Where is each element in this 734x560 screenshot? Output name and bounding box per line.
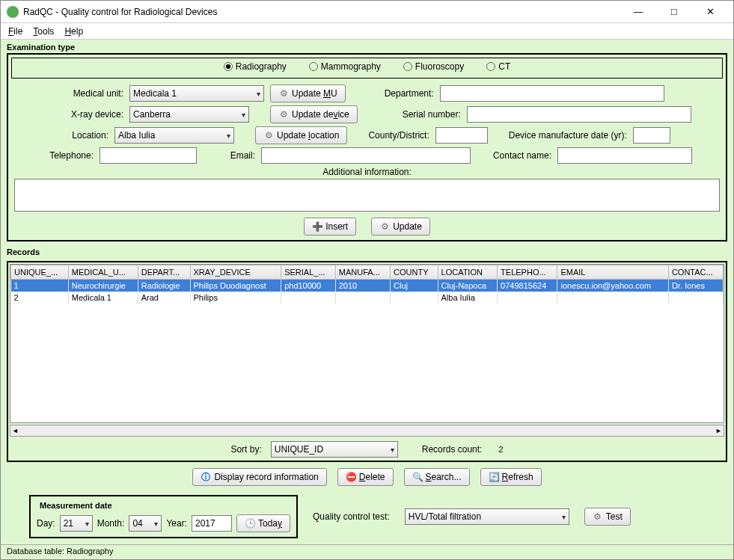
medical-unit-label: Medical unit:	[19, 88, 123, 99]
refresh-icon: 🔄	[489, 472, 499, 482]
xray-device-label: X-ray device:	[19, 109, 123, 120]
info-icon: ⓘ	[201, 471, 211, 484]
month-select[interactable]: 04	[129, 515, 162, 532]
gear-icon: ⚙	[278, 109, 289, 120]
window-title: RadQC - Quality control for Radiological…	[23, 7, 621, 17]
titlebar: RadQC - Quality control for Radiological…	[1, 1, 733, 23]
refresh-button[interactable]: 🔄Refresh	[480, 468, 542, 486]
display-record-button[interactable]: ⓘDisplay record information	[192, 468, 326, 486]
update-location-button[interactable]: ⚙Update location	[255, 126, 347, 144]
exam-radio-row: Radiography Mammography Fluoroscopy CT	[11, 58, 723, 79]
main-window: RadQC - Quality control for Radiological…	[0, 0, 734, 560]
mfgdate-input[interactable]	[633, 127, 670, 144]
mfgdate-label: Device manufacture date (yr):	[509, 130, 627, 141]
update-mu-button[interactable]: ⚙Update MU	[270, 84, 346, 102]
serial-input[interactable]	[467, 106, 691, 123]
radio-icon	[224, 62, 233, 71]
horizontal-scrollbar[interactable]: ◄►	[10, 425, 724, 437]
county-input[interactable]	[435, 127, 488, 144]
scroll-left-icon[interactable]: ◄	[12, 427, 19, 434]
email-input[interactable]	[261, 147, 471, 164]
records-count-label: Records count:	[422, 444, 483, 455]
search-button[interactable]: 🔍Search...	[404, 468, 470, 486]
plus-icon: ➕	[312, 221, 322, 232]
telephone-input[interactable]	[100, 147, 197, 164]
menu-help[interactable]: Help	[64, 26, 83, 37]
measurement-date-label: Measurement date	[37, 501, 115, 510]
year-label: Year:	[166, 518, 187, 529]
table-header[interactable]: MANUFA...	[335, 265, 390, 280]
qc-test-select[interactable]: HVL/Total filtration	[405, 508, 569, 525]
contact-input[interactable]	[557, 147, 692, 164]
gear-icon: ⚙	[278, 88, 289, 99]
gear-icon: ⚙	[593, 511, 603, 522]
sort-by-select[interactable]: UNIQUE_ID	[271, 441, 398, 458]
email-label: Email:	[203, 150, 255, 161]
table-row[interactable]: 1NeurochirurgieRadiologiePhilips Duodiag…	[11, 280, 724, 292]
search-icon: 🔍	[412, 472, 423, 482]
day-label: Day:	[37, 518, 55, 529]
gear-icon: ⚙	[379, 221, 390, 232]
table-header[interactable]: MEDICAL_U...	[68, 265, 138, 280]
day-select[interactable]: 21	[60, 515, 93, 532]
table-header[interactable]: LOCATION	[438, 265, 498, 280]
menu-file[interactable]: File	[8, 26, 22, 37]
measurement-date-box: Measurement date Day: 21 Month: 04 Year:…	[29, 495, 298, 538]
records-table: UNIQUE_...MEDICAL_U...DEPART...XRAY_DEVI…	[10, 265, 724, 304]
county-label: County/District:	[368, 130, 429, 141]
update-button[interactable]: ⚙Update	[371, 218, 430, 236]
minimize-button[interactable]: —	[621, 4, 655, 19]
menu-tools[interactable]: Tools	[33, 26, 54, 37]
additional-info-input[interactable]	[14, 179, 720, 212]
qc-test-label: Quality control test:	[313, 511, 390, 522]
location-select[interactable]: Alba Iulia	[114, 127, 234, 144]
table-header[interactable]: COUNTY	[391, 265, 438, 280]
insert-button[interactable]: ➕Insert	[304, 218, 356, 236]
table-header[interactable]: TELEPHO...	[498, 265, 557, 280]
exam-type-label: Examination type	[7, 43, 727, 52]
records-count-value: 2	[498, 445, 503, 454]
maximize-button[interactable]: □	[657, 4, 691, 19]
telephone-label: Telephone:	[19, 150, 94, 161]
radio-radiography[interactable]: Radiography	[224, 61, 287, 72]
records-label: Records	[7, 247, 727, 256]
records-box: UNIQUE_...MEDICAL_U...DEPART...XRAY_DEVI…	[7, 261, 727, 462]
update-device-button[interactable]: ⚙Update device	[270, 105, 358, 123]
table-header[interactable]: CONTAC...	[668, 265, 723, 280]
table-header[interactable]: UNIQUE_...	[11, 265, 69, 280]
xray-device-select[interactable]: Canberra	[129, 106, 249, 123]
clock-icon: 🕒	[245, 518, 255, 529]
medical-unit-select[interactable]: Medicala 1	[129, 85, 264, 102]
department-label: Department:	[367, 88, 434, 99]
radio-icon	[403, 62, 412, 71]
sort-by-label: Sort by:	[230, 444, 261, 455]
test-button[interactable]: ⚙Test	[584, 508, 631, 526]
delete-button[interactable]: ⛔Delete	[337, 468, 394, 486]
table-header[interactable]: EMAIL	[557, 265, 668, 280]
table-header[interactable]: XRAY_DEVICE	[190, 265, 281, 280]
radio-mammography[interactable]: Mammography	[309, 61, 381, 72]
menubar: File Tools Help	[1, 23, 733, 40]
table-row[interactable]: 2Medicala 1AradPhilipsAlba Iulia	[11, 292, 724, 304]
year-input[interactable]: 2017	[192, 515, 232, 532]
month-label: Month:	[97, 518, 125, 529]
delete-icon: ⛔	[346, 472, 356, 482]
close-button[interactable]: ✕	[693, 4, 727, 19]
scroll-right-icon[interactable]: ►	[715, 427, 722, 434]
today-button[interactable]: 🕒Today	[236, 514, 290, 532]
records-table-wrap[interactable]: UNIQUE_...MEDICAL_U...DEPART...XRAY_DEVI…	[10, 264, 724, 423]
contact-label: Contact name:	[477, 150, 551, 161]
app-icon	[7, 6, 19, 18]
radio-fluoroscopy[interactable]: Fluoroscopy	[403, 61, 464, 72]
status-bar: Database table: Radiography	[1, 544, 733, 559]
location-label: Location:	[19, 130, 108, 141]
radio-ct[interactable]: CT	[486, 61, 510, 72]
table-header[interactable]: SERIAL_...	[281, 265, 336, 280]
radio-icon	[486, 62, 495, 71]
department-input[interactable]	[440, 85, 664, 102]
exam-type-box: Radiography Mammography Fluoroscopy CT M…	[7, 53, 727, 241]
gear-icon: ⚙	[263, 130, 274, 141]
serial-label: Serial number:	[379, 109, 461, 120]
additional-info-label: Additional information:	[322, 167, 412, 177]
table-header[interactable]: DEPART...	[138, 265, 190, 280]
